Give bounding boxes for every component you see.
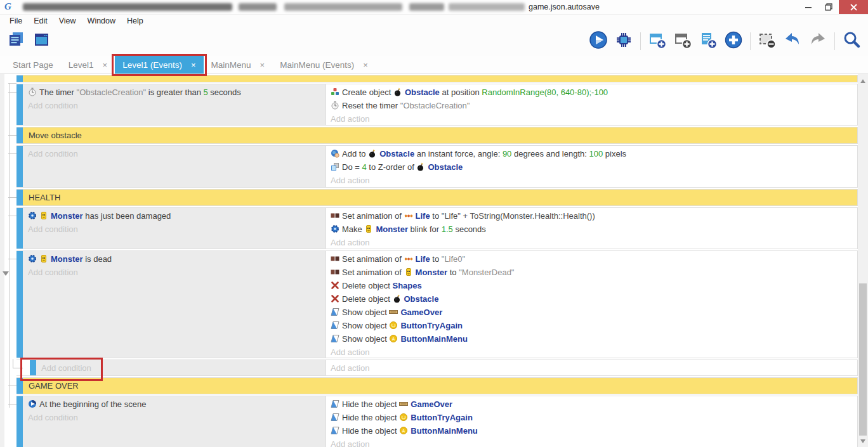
undo-button[interactable]: [781, 29, 804, 53]
scroll-down-arrow-icon[interactable]: [860, 439, 865, 443]
action[interactable]: Set animation of Monster to "MonsterDead…: [331, 267, 857, 278]
menu-view[interactable]: View: [53, 16, 82, 25]
close-button[interactable]: [839, 0, 868, 14]
action[interactable]: Hide the object AButtonMainMenu: [331, 425, 857, 436]
scene-editor-button[interactable]: [30, 29, 53, 53]
project-manager-button[interactable]: [5, 29, 28, 53]
event-handle[interactable]: [16, 75, 23, 82]
event-row[interactable]: At the beginning of the sceneAdd conditi…: [16, 396, 858, 447]
debug-button[interactable]: [612, 29, 635, 53]
add-element-button[interactable]: [722, 29, 745, 53]
comment-row[interactable]: HEALTH: [16, 189, 858, 206]
tab-close-icon[interactable]: ×: [260, 60, 265, 70]
event-handle[interactable]: [16, 127, 23, 143]
tab-mainmenu-events[interactable]: MainMenu (Events)×: [272, 56, 376, 74]
add-condition-button[interactable]: Add condition: [41, 363, 325, 373]
add-condition-button[interactable]: Add condition: [28, 224, 325, 235]
conditions-column[interactable]: Monster is deadAdd condition: [23, 251, 326, 358]
action[interactable]: Add to Obstacle an instant force, angle:…: [331, 148, 857, 159]
actions-column[interactable]: Set animation of Life to "Life" + ToStri…: [326, 208, 857, 249]
action[interactable]: Create object Obstacle at position Rando…: [331, 87, 857, 98]
add-condition-button[interactable]: Add condition: [28, 100, 325, 111]
action[interactable]: Make Monster blink for 1.5 seconds: [331, 224, 857, 235]
condition[interactable]: Monster is dead: [28, 254, 325, 264]
condition[interactable]: Monster has just been damaged: [28, 211, 325, 221]
restore-button[interactable]: [819, 0, 839, 14]
event-row[interactable]: Add conditionAdd to Obstacle an instant …: [16, 145, 858, 188]
conditions-column[interactable]: At the beginning of the sceneAdd conditi…: [23, 396, 326, 447]
action[interactable]: Show object AButtonMainMenu: [331, 334, 857, 344]
action[interactable]: Set animation of Life to "Life0": [331, 254, 857, 264]
collapse-arrow-icon[interactable]: [3, 271, 9, 276]
action[interactable]: Show object ButtonTryAgain: [331, 320, 857, 331]
menu-file[interactable]: File: [4, 16, 28, 25]
actions-column[interactable]: Set animation of Life to "Life0"Set anim…: [326, 251, 857, 358]
tab-level1[interactable]: Level1×: [61, 56, 115, 74]
tab-close-icon[interactable]: ×: [363, 60, 368, 70]
event-row[interactable]: Monster has just been damagedAdd conditi…: [16, 207, 858, 249]
action[interactable]: Do = 4 to Z-order of Obstacle: [331, 162, 857, 172]
action[interactable]: Delete object Obstacle: [331, 294, 857, 304]
condition[interactable]: At the beginning of the scene: [28, 399, 325, 410]
conditions-column[interactable]: Monster has just been damagedAdd conditi…: [23, 208, 326, 249]
menu-help[interactable]: Help: [121, 16, 149, 25]
comment-row[interactable]: GAME OVER: [16, 377, 858, 394]
condition[interactable]: The timer "ObstacleCreation" is greater …: [28, 87, 325, 98]
event-handle[interactable]: [16, 208, 23, 249]
play-button[interactable]: [587, 29, 610, 53]
conditions-column[interactable]: The timer "ObstacleCreation" is greater …: [23, 84, 326, 125]
tab-mainmenu[interactable]: MainMenu×: [204, 56, 273, 74]
menu-window[interactable]: Window: [82, 16, 121, 25]
action[interactable]: Set animation of Life to "Life" + ToStri…: [331, 211, 857, 221]
event-handle[interactable]: [16, 84, 23, 125]
vertical-scrollbar[interactable]: [858, 74, 868, 447]
force-icon: [331, 149, 342, 159]
minimize-button[interactable]: [798, 0, 819, 14]
add-comment-button[interactable]: [697, 29, 720, 53]
action[interactable]: Show object GameOver: [331, 307, 857, 318]
instruction-text: 5: [204, 87, 208, 97]
action[interactable]: Hide the object GameOver: [331, 399, 857, 410]
comment-row-partial[interactable]: [16, 75, 858, 82]
event-handle[interactable]: [16, 396, 23, 447]
tab-close-icon[interactable]: ×: [191, 60, 196, 70]
event-handle[interactable]: [16, 146, 23, 187]
add-event-button[interactable]: [646, 29, 669, 53]
scroll-up-arrow-icon[interactable]: [860, 79, 865, 83]
actions-column[interactable]: Add action: [326, 360, 857, 375]
action[interactable]: Reset the timer "ObstacleCreation": [331, 100, 857, 111]
event-row[interactable]: The timer "ObstacleCreation" is greater …: [16, 84, 858, 126]
actions-column[interactable]: Add to Obstacle an instant force, angle:…: [326, 146, 857, 187]
search-button[interactable]: [840, 29, 863, 53]
tab-level1-events[interactable]: Level1 (Events)×: [115, 56, 203, 74]
add-action-button[interactable]: Add action: [331, 439, 857, 447]
tab-start-page[interactable]: Start Page: [5, 56, 61, 74]
sub-event-row[interactable]: Add conditionAdd action: [16, 360, 858, 376]
event-row[interactable]: Monster is deadAdd conditionSet animatio…: [16, 250, 858, 358]
add-action-button[interactable]: Add action: [331, 175, 857, 186]
event-handle[interactable]: [30, 360, 36, 375]
add-action-button[interactable]: Add action: [331, 347, 857, 358]
add-action-button[interactable]: Add action: [331, 237, 857, 248]
comment-row[interactable]: Move obstacle: [16, 127, 858, 144]
event-handle[interactable]: [16, 378, 23, 394]
conditions-column[interactable]: Add condition: [23, 146, 326, 187]
action[interactable]: Hide the object ButtonTryAgain: [331, 412, 857, 423]
add-action-button[interactable]: Add action: [331, 363, 857, 373]
scrollbar-thumb[interactable]: [859, 283, 867, 436]
action[interactable]: Delete object Shapes: [331, 280, 857, 291]
redo-button[interactable]: [806, 29, 829, 53]
remove-selection-button[interactable]: [756, 29, 779, 53]
actions-column[interactable]: Hide the object GameOverHide the object …: [326, 396, 857, 447]
actions-column[interactable]: Create object Obstacle at position Rando…: [326, 84, 857, 125]
add-condition-button[interactable]: Add condition: [28, 267, 325, 278]
add-condition-button[interactable]: Add condition: [28, 148, 325, 159]
menu-edit[interactable]: Edit: [28, 16, 53, 25]
conditions-column[interactable]: Add condition: [36, 360, 326, 375]
add-condition-button[interactable]: Add condition: [28, 412, 325, 423]
event-handle[interactable]: [16, 190, 23, 205]
tab-close-icon[interactable]: ×: [103, 60, 108, 70]
add-subevent-button[interactable]: [671, 29, 694, 53]
event-handle[interactable]: [16, 251, 23, 358]
add-action-button[interactable]: Add action: [331, 113, 857, 124]
